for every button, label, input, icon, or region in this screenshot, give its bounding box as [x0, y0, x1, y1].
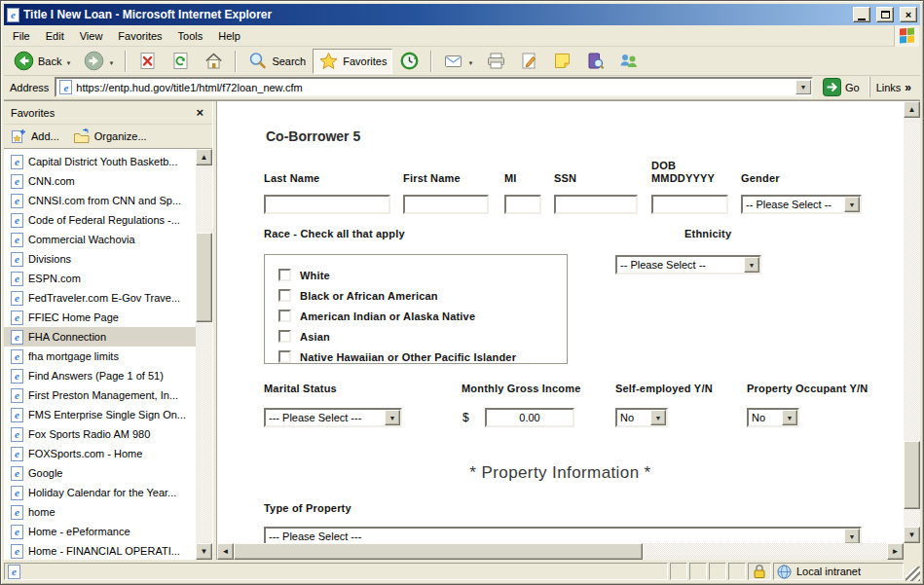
- gender-select-dropdown-icon[interactable]: [844, 197, 860, 212]
- refresh-button[interactable]: [165, 49, 197, 74]
- maximize-button[interactable]: [876, 7, 894, 22]
- race-option-label: Black or African American: [300, 290, 438, 302]
- type-of-property-select[interactable]: --- Please Select ---: [264, 527, 862, 543]
- messenger-button[interactable]: [612, 49, 645, 74]
- content-vertical-scrollbar[interactable]: ▲ ▼: [904, 101, 920, 543]
- address-url[interactable]: https://entp.hud.gov/title1/html/f72loan…: [76, 82, 792, 93]
- mail-dropdown-icon[interactable]: [467, 55, 473, 67]
- stop-button[interactable]: [131, 49, 164, 74]
- minimize-icon: [858, 18, 866, 20]
- favorite-list-item[interactable]: fha mortgage limits: [4, 347, 196, 366]
- marital-status-select-dropdown-icon[interactable]: [385, 410, 400, 425]
- race-checkbox[interactable]: [278, 330, 291, 343]
- favorite-list-item[interactable]: Holiday Calendar for the Year...: [4, 483, 196, 502]
- favorite-list-item[interactable]: Commercial Wachovia: [4, 230, 196, 249]
- favorite-list-item[interactable]: Home - FINANCIAL OPERATI...: [4, 541, 196, 560]
- search-button[interactable]: Search: [241, 49, 312, 74]
- v-scroll-down-button[interactable]: ▼: [904, 527, 920, 543]
- self-employed-select[interactable]: No: [615, 408, 668, 427]
- favorite-list-item[interactable]: Find Answers (Page 1 of 51): [4, 366, 196, 385]
- favorite-list-item[interactable]: FedTraveler.com E-Gov Trave...: [4, 288, 196, 308]
- minimize-button[interactable]: [853, 7, 870, 22]
- favorite-list-item[interactable]: Home - ePeformance: [4, 522, 196, 541]
- edit-button[interactable]: [513, 49, 545, 74]
- menu-item[interactable]: File: [5, 26, 38, 46]
- race-label: Race - Check all that apply: [264, 228, 405, 239]
- favorites-scroll-down-button[interactable]: ▼: [196, 543, 212, 560]
- marital-status-select[interactable]: --- Please Select ---: [264, 408, 402, 427]
- print-button[interactable]: [480, 49, 512, 74]
- lock-icon: [752, 564, 767, 579]
- mi-input[interactable]: [504, 195, 541, 214]
- menu-bar: FileEditViewFavoritesToolsHelp: [4, 25, 920, 47]
- favorite-list-item[interactable]: CNNSI.com from CNN and Sp...: [4, 191, 196, 210]
- monthly-gross-income-input[interactable]: [485, 408, 574, 427]
- favorite-list-item[interactable]: Code of Federal Regulations -...: [4, 210, 196, 230]
- ssn-input[interactable]: [554, 195, 638, 214]
- menu-item[interactable]: Tools: [170, 26, 211, 46]
- favorites-button[interactable]: Favorites: [313, 49, 392, 74]
- favorite-list-item[interactable]: Divisions: [4, 249, 196, 269]
- back-dropdown-icon[interactable]: [65, 55, 71, 67]
- back-button[interactable]: Back: [8, 49, 77, 74]
- v-scroll-up-button[interactable]: ▲: [904, 101, 920, 118]
- favorite-list-item[interactable]: FHA Connection: [4, 327, 196, 347]
- h-scroll-thumb[interactable]: [234, 543, 643, 560]
- menu-item[interactable]: Edit: [38, 26, 72, 46]
- favorite-list-item[interactable]: FOXSports.com - Home: [4, 444, 196, 463]
- favorite-list-item[interactable]: FFIEC Home Page: [4, 308, 196, 327]
- favorites-scroll-thumb[interactable]: [196, 233, 212, 322]
- favorite-ie-icon: [11, 427, 23, 442]
- favorite-list-item[interactable]: FMS Enterprise Single Sign On...: [4, 405, 196, 424]
- menu-item[interactable]: Favorites: [110, 26, 169, 46]
- h-scroll-left-button[interactable]: ◄: [217, 543, 234, 560]
- menu-item[interactable]: View: [72, 26, 111, 46]
- go-button[interactable]: Go: [819, 78, 864, 96]
- mail-button[interactable]: [437, 49, 479, 74]
- race-checkbox[interactable]: [278, 350, 291, 363]
- self-employed-select-dropdown-icon[interactable]: [650, 410, 666, 425]
- forward-dropdown-icon[interactable]: [108, 55, 114, 67]
- history-button[interactable]: [393, 49, 425, 74]
- dob-input[interactable]: [651, 195, 728, 214]
- h-scroll-right-button[interactable]: ►: [887, 543, 904, 560]
- property-occupant-select[interactable]: No: [747, 408, 799, 427]
- notes-button[interactable]: [546, 49, 578, 74]
- favorites-close-button[interactable]: ×: [194, 105, 205, 120]
- v-scroll-thumb[interactable]: [904, 441, 920, 509]
- close-button[interactable]: ×: [900, 7, 917, 22]
- forward-button[interactable]: [78, 49, 120, 74]
- favorite-list-item[interactable]: Google: [4, 463, 196, 483]
- gender-select[interactable]: -- Please Select --: [741, 195, 862, 214]
- research-button[interactable]: [579, 49, 611, 74]
- last-name-input[interactable]: [264, 195, 390, 214]
- links-button[interactable]: Links: [869, 77, 917, 97]
- content-horizontal-scrollbar[interactable]: ◄ ►: [217, 543, 904, 560]
- property-occupant-select-dropdown-icon[interactable]: [782, 410, 797, 425]
- favorite-list-item[interactable]: Capital District Youth Basketb...: [4, 152, 196, 171]
- status-zone-pane: Local intranet: [773, 563, 904, 580]
- add-favorite-icon: [11, 128, 27, 144]
- race-checkbox[interactable]: [278, 269, 291, 281]
- race-checkbox[interactable]: [278, 289, 291, 302]
- organize-favorites-button[interactable]: Organize...: [73, 128, 147, 144]
- address-dropdown-button[interactable]: [795, 80, 811, 94]
- home-button[interactable]: [198, 49, 230, 74]
- race-checkbox[interactable]: [278, 310, 291, 322]
- favorite-list-item[interactable]: home: [4, 502, 196, 522]
- favorite-list-item[interactable]: ESPN.com: [4, 269, 196, 288]
- first-name-input[interactable]: [403, 195, 489, 214]
- favorite-list-item[interactable]: Fox Sports Radio AM 980: [4, 424, 196, 444]
- ethnicity-select[interactable]: -- Please Select --: [615, 255, 761, 274]
- address-field[interactable]: https://entp.hud.gov/title1/html/f72loan…: [55, 77, 813, 97]
- favorites-scroll-track[interactable]: [196, 149, 212, 560]
- menu-item[interactable]: Help: [210, 26, 248, 46]
- favorite-list-item[interactable]: First Preston Management, In...: [4, 385, 196, 405]
- favorite-list-item[interactable]: CNN.com: [4, 171, 196, 191]
- favorites-scroll-up-button[interactable]: ▲: [196, 149, 212, 165]
- type-of-property-select-dropdown-icon[interactable]: [844, 529, 860, 543]
- resize-grip-icon[interactable]: [906, 567, 920, 581]
- ethnicity-select-dropdown-icon[interactable]: [744, 257, 759, 273]
- favorites-scrollbar[interactable]: ▲ ▼: [196, 149, 212, 560]
- add-favorite-button[interactable]: Add...: [11, 128, 59, 144]
